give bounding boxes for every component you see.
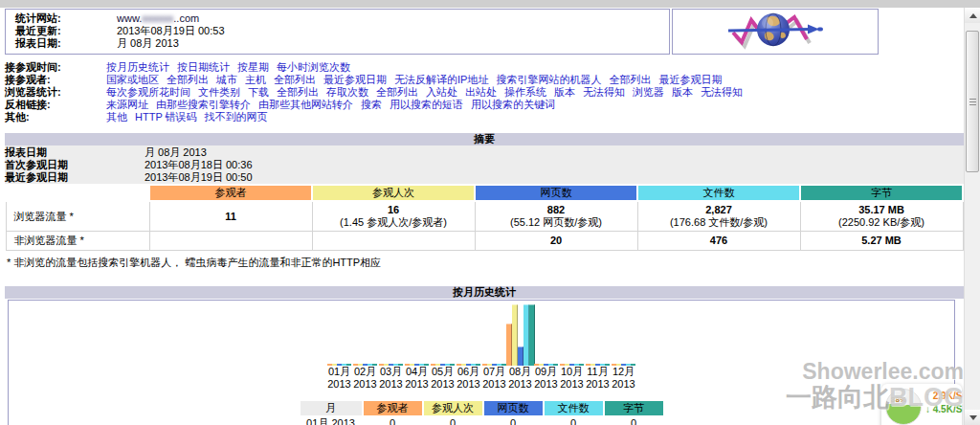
nav-link[interactable]: 版本 <box>672 86 693 98</box>
summary-last-visit-label: 最近参观日期 <box>5 171 145 184</box>
nav-link[interactable]: 用以搜索的短语 <box>390 99 463 110</box>
chart-month-bars <box>431 302 455 366</box>
chart-month-label: 02月 <box>354 366 376 378</box>
summary-data-row: 非浏览器流量 *204765.27 MB <box>6 232 963 251</box>
nav-link[interactable]: 存取次数 <box>326 86 368 98</box>
summary-table: 参观者参观人次网页数文件数字节 浏览器流量 *1116(1.45 参观人次/参观… <box>5 184 964 251</box>
chart-month-column: 01月2013 <box>326 302 352 391</box>
nav-link[interactable]: 全部列出 <box>167 74 209 85</box>
summary-column-header: 网页数 <box>475 185 637 201</box>
chart-month-bars <box>586 302 610 366</box>
history-column-header: 网页数 <box>484 401 543 415</box>
scrollbar-down-button[interactable] <box>965 410 980 425</box>
nav-link[interactable]: 找不到的网页 <box>205 111 268 123</box>
summary-cell-ratio: (55.12 网页数/参观) <box>478 216 635 229</box>
nav-link[interactable]: 搜索引擎网站的机器人 <box>496 74 601 85</box>
chart-month-label: 2013 <box>457 378 479 391</box>
chart-month-label: 04月 <box>406 366 428 378</box>
nav-link[interactable]: 来源网址 <box>106 99 148 110</box>
nav-link[interactable]: 浏览器 <box>633 86 664 98</box>
summary-cell: 5.27 MB <box>800 232 963 251</box>
net-speed-widget[interactable]: 38% ↑ 2.9K/S ↓ 4.5K/S <box>881 384 962 425</box>
nav-link[interactable]: 全部列出 <box>609 74 651 85</box>
nav-link[interactable]: 用以搜索的关键词 <box>471 99 555 110</box>
nav-link[interactable]: 按月历史统计 <box>106 61 169 73</box>
summary-cell: 20 <box>475 232 637 251</box>
nav-link[interactable]: 全部列出 <box>274 74 316 85</box>
chart-month-label: 03月 <box>380 366 402 378</box>
chart-month-label: 2013 <box>560 378 583 391</box>
chart-month-column: 02月2013 <box>352 302 378 391</box>
chart-month-label: 08月 <box>509 366 531 378</box>
chart-month-bars <box>534 302 558 366</box>
nav-link[interactable]: 城市 <box>216 74 237 85</box>
nav-link[interactable]: 主机 <box>245 74 266 85</box>
history-value-cell: 0 <box>424 417 482 425</box>
nav-link[interactable]: 无法得知 <box>583 86 625 98</box>
nav-link[interactable]: 入站处 <box>426 86 457 98</box>
history-value-cell: 0 <box>605 417 663 425</box>
nav-link[interactable]: 文件类别 <box>198 86 240 98</box>
summary-cell: 16(1.45 参观人次/参观者) <box>312 201 475 232</box>
monthly-history-chart: 01月201302月201303月201304月201305月201306月20… <box>8 300 955 425</box>
chart-month-column: 12月2013 <box>611 302 636 391</box>
summary-last-visit-value: 2013年08月19日 00:50 <box>145 171 253 184</box>
summary-footnote: * 非浏览的流量包括搜索引擎机器人， 蠕虫病毒产生的流量和非正常的HTTP相应 <box>5 256 964 270</box>
nav-link[interactable]: 每小时浏览次数 <box>277 61 350 73</box>
chart-month-label: 2013 <box>482 378 505 391</box>
site-value: www.xxxxxx..com <box>117 12 199 25</box>
chart-month-bars <box>482 302 506 366</box>
chart-month-bars <box>353 302 377 366</box>
chart-month-column: 07月2013 <box>481 302 507 391</box>
nav-link[interactable]: 按日期统计 <box>177 61 230 73</box>
nav-link[interactable]: HTTP 错误码 <box>135 111 197 123</box>
chart-month-bars <box>457 302 480 366</box>
report-date-value: 月 08月 2013 <box>117 37 179 50</box>
chart-month-bars <box>379 302 403 366</box>
chart-month-column: 08月2013 <box>507 302 533 391</box>
chart-month-bars <box>612 302 635 366</box>
chart-bars-area: 01月201302月201303月201304月201305月201306月20… <box>9 302 954 391</box>
summary-column-header: 文件数 <box>637 185 800 201</box>
chart-month-label: 2013 <box>431 378 454 391</box>
nav-category-label: 反相链接: <box>5 99 106 111</box>
nav-link[interactable]: 无法反解译的IP地址 <box>394 74 488 85</box>
nav-link[interactable]: 最近参观日期 <box>323 74 387 85</box>
history-value-cell: 0 <box>364 417 422 425</box>
nav-link[interactable]: 按星期 <box>237 61 269 73</box>
history-column-header: 字节 <box>605 401 663 415</box>
summary-cell <box>312 232 475 251</box>
summary-header-blank <box>6 185 149 201</box>
nav-link[interactable]: 最近参观日期 <box>658 74 722 85</box>
nav-link[interactable]: 国家或地区 <box>106 74 159 85</box>
summary-data-row: 浏览器流量 *1116(1.45 参观人次/参观者)882(55.12 网页数/… <box>6 201 963 232</box>
nav-category-label: 接参观者: <box>5 74 106 86</box>
nav-row: 接参观者:国家或地区全部列出城市主机全部列出最近参观日期无法反解译的IP地址搜索… <box>5 74 964 86</box>
nav-link[interactable]: 其他 <box>106 111 127 123</box>
nav-links: 按月历史统计按日期统计按星期每小时浏览次数 <box>106 61 358 74</box>
nav-link[interactable]: 每次参观所花时间 <box>106 86 190 98</box>
vertical-scrollbar[interactable] <box>964 8 980 425</box>
nav-link[interactable]: 出站处 <box>465 86 497 98</box>
nav-link[interactable]: 由那些搜索引擎转介 <box>156 99 251 110</box>
nav-link[interactable]: 无法得知 <box>701 86 743 98</box>
chart-month-label: 2013 <box>353 378 376 391</box>
pie-percent: 38% <box>891 395 906 404</box>
nav-link[interactable]: 操作系统 <box>504 86 546 98</box>
scrollbar-thumb[interactable] <box>966 31 979 172</box>
nav-row: 接参观时间:按月历史统计按日期统计按星期每小时浏览次数 <box>5 61 964 74</box>
nav-link[interactable]: 由那些其他网站转介 <box>258 99 353 110</box>
chart-month-column: 04月2013 <box>404 302 430 391</box>
chart-month-label: 11月 <box>587 366 608 378</box>
scrollbar-up-button[interactable] <box>965 8 980 23</box>
nav-link[interactable]: 版本 <box>554 86 575 98</box>
history-value-cell: 0 <box>484 417 543 425</box>
nav-link[interactable]: 下载 <box>248 86 269 98</box>
chart-month-bars <box>506 302 535 366</box>
summary-cell-value: 20 <box>478 235 635 247</box>
nav-row: 浏览器统计:每次参观所花时间文件类别下载全部列出存取次数全部列出入站处出站处操作… <box>5 86 964 99</box>
nav-link[interactable]: 全部列出 <box>277 86 319 98</box>
history-column-header: 月 <box>301 401 362 415</box>
nav-link[interactable]: 全部列出 <box>376 86 418 98</box>
nav-link[interactable]: 搜索 <box>361 99 382 110</box>
